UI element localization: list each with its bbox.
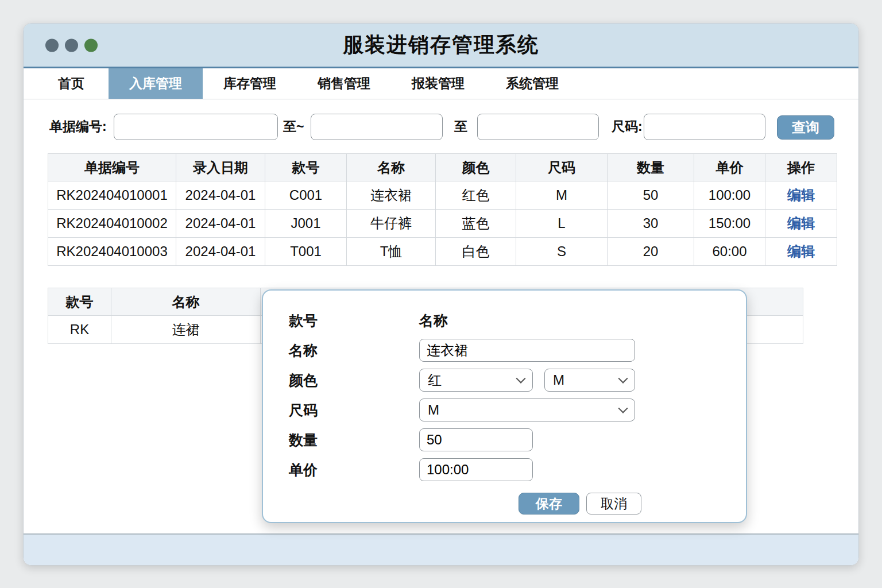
name-input[interactable] xyxy=(419,339,635,362)
edit-link[interactable]: 编辑 xyxy=(787,243,815,259)
cell-color: 红色 xyxy=(436,181,516,210)
tab-inbound[interactable]: 入库管理 xyxy=(109,68,203,99)
app-title: 服装进销存管理系统 xyxy=(343,31,539,59)
window-dot-1-icon[interactable] xyxy=(45,38,59,52)
color-select-value: 红 xyxy=(428,371,442,389)
cell-price: 60:00 xyxy=(694,238,765,266)
col-doc-number: 单据编号 xyxy=(48,154,176,181)
cell-size: S xyxy=(516,238,608,266)
cell-color: 白色 xyxy=(436,238,516,266)
doc-number-label: 单据编号: xyxy=(49,118,107,136)
size-label: 尺码: xyxy=(612,118,643,136)
col-name: 名称 xyxy=(347,154,436,181)
edit-link[interactable]: 编辑 xyxy=(787,215,815,231)
cell-style-code: RK xyxy=(48,316,111,344)
cell-name: T恤 xyxy=(347,238,436,266)
range-from-label: 至~ xyxy=(283,118,304,136)
window-controls xyxy=(45,38,98,52)
range-to-label: 至 xyxy=(454,118,467,136)
cell-qty: 50 xyxy=(608,181,694,210)
cell-entry-date: 2024-04-01 xyxy=(176,210,265,238)
cell-style-code: C001 xyxy=(265,181,347,210)
dialog-row-code: 款号 名称 xyxy=(289,309,746,332)
edit-dialog: 款号 名称 名称 颜色 红 M 尺码 M xyxy=(262,289,747,523)
col-color: 颜色 xyxy=(436,154,516,181)
title-bar: 服装进销存管理系统 xyxy=(24,24,858,68)
name-label: 名称 xyxy=(289,341,419,360)
cell-qty: 20 xyxy=(608,238,694,266)
doc-number-input[interactable] xyxy=(114,114,278,140)
col-size: 尺码 xyxy=(516,154,608,181)
tab-inventory[interactable]: 库存管理 xyxy=(203,68,297,99)
col-style-code: 款号 xyxy=(48,288,111,316)
cell-style-code: T001 xyxy=(265,238,347,266)
query-button[interactable]: 查询 xyxy=(777,115,834,140)
qty-input[interactable] xyxy=(419,428,533,451)
cell-style-code: J001 xyxy=(265,210,347,238)
dialog-row-color: 颜色 红 M xyxy=(289,369,746,392)
tab-home[interactable]: 首页 xyxy=(34,68,109,99)
col-entry-date: 录入日期 xyxy=(176,154,265,181)
size-select[interactable]: M xyxy=(419,399,635,421)
size-label: 尺码 xyxy=(289,401,419,420)
cell-qty: 30 xyxy=(608,210,694,238)
chevron-down-icon xyxy=(618,404,628,413)
cell-doc-number: RK202404010002 xyxy=(48,210,176,238)
dialog-buttons: 保存 取消 xyxy=(289,493,641,514)
cell-entry-date: 2024-04-01 xyxy=(176,238,265,266)
date-from-input[interactable] xyxy=(311,114,443,140)
app-window: 服装进销存管理系统 首页 入库管理 库存管理 销售管理 报装管理 系统管理 单据… xyxy=(23,23,859,566)
cell-doc-number: RK202404010003 xyxy=(48,238,176,266)
cell-name: 连裙 xyxy=(111,316,261,344)
color-select[interactable]: 红 xyxy=(419,369,533,392)
dialog-row-qty: 数量 xyxy=(289,428,746,451)
cell-entry-date: 2024-04-01 xyxy=(176,181,265,210)
tab-sales[interactable]: 销售管理 xyxy=(297,68,391,99)
table-row: RK202404010001 2024-04-01 C001 连衣裙 红色 M … xyxy=(48,181,837,210)
price-input[interactable] xyxy=(419,458,533,481)
cancel-button[interactable]: 取消 xyxy=(586,493,641,514)
qty-label: 数量 xyxy=(289,431,419,450)
cell-size: M xyxy=(516,181,608,210)
cell-price: 100:00 xyxy=(694,181,765,210)
size-input[interactable] xyxy=(644,114,765,140)
cell-name: 牛仔裤 xyxy=(347,210,436,238)
tab-system[interactable]: 系统管理 xyxy=(485,68,579,99)
dialog-row-price: 单价 xyxy=(289,458,746,481)
cell-name: 连衣裙 xyxy=(347,181,436,210)
col-style-code: 款号 xyxy=(265,154,347,181)
cell-size: L xyxy=(516,210,608,238)
edit-link[interactable]: 编辑 xyxy=(787,187,815,203)
chevron-down-icon xyxy=(618,374,628,384)
window-dot-2-icon[interactable] xyxy=(65,38,78,52)
size-select-value: M xyxy=(428,402,439,418)
tab-reports[interactable]: 报装管理 xyxy=(391,68,485,99)
table-row: RK202404010002 2024-04-01 J001 牛仔裤 蓝色 L … xyxy=(48,210,837,238)
search-bar: 单据编号: 至~ 至 尺码: 查询 xyxy=(24,99,858,140)
col-actions: 操作 xyxy=(765,154,837,181)
table-header-row: 单据编号 录入日期 款号 名称 颜色 尺码 数量 单价 操作 xyxy=(48,154,837,181)
code-label: 款号 xyxy=(289,311,419,330)
cell-color: 蓝色 xyxy=(436,210,516,238)
code-value: 名称 xyxy=(419,311,448,330)
col-price: 单价 xyxy=(694,154,765,181)
window-dot-3-icon[interactable] xyxy=(84,38,98,52)
date-to-input[interactable] xyxy=(477,114,599,140)
table-row: RK202404010003 2024-04-01 T001 T恤 白色 S 2… xyxy=(48,238,837,266)
save-button[interactable]: 保存 xyxy=(519,493,579,514)
color-label: 颜色 xyxy=(289,371,419,390)
records-table: 单据编号 录入日期 款号 名称 颜色 尺码 数量 单价 操作 RK2024040… xyxy=(48,153,837,266)
color-size-select-value: M xyxy=(553,372,564,388)
col-qty: 数量 xyxy=(608,154,694,181)
price-label: 单价 xyxy=(289,461,419,479)
color-size-select[interactable]: M xyxy=(544,369,635,392)
cell-doc-number: RK202404010001 xyxy=(48,181,176,210)
chevron-down-icon xyxy=(516,374,526,384)
dialog-row-size: 尺码 M xyxy=(289,399,746,421)
col-name: 名称 xyxy=(111,288,261,316)
dialog-row-name: 名称 xyxy=(289,339,746,362)
status-footer xyxy=(24,533,858,565)
content-area: 单据编号: 至~ 至 尺码: 查询 单据编号 录入日期 款号 名称 xyxy=(24,99,858,533)
main-nav: 首页 入库管理 库存管理 销售管理 报装管理 系统管理 xyxy=(24,68,858,99)
cell-price: 150:00 xyxy=(694,210,765,238)
